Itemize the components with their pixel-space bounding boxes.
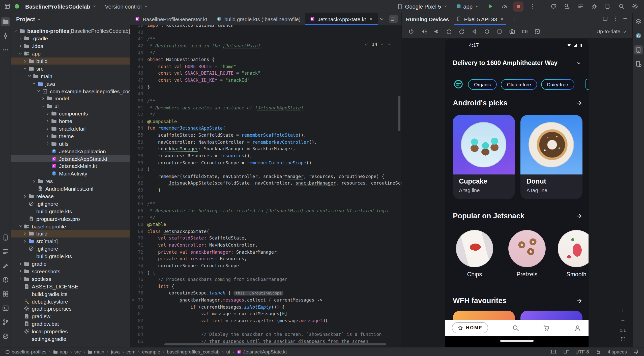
tree-item-baselineprofile[interactable]: baselineprofile bbox=[11, 222, 130, 230]
chevron-down-icon[interactable] bbox=[27, 74, 32, 78]
tree-item-build-gradle-kts[interactable]: build.gradle.kts bbox=[11, 290, 130, 298]
prev-issue-icon[interactable] bbox=[380, 42, 384, 46]
inspections-widget[interactable]: 14 bbox=[362, 40, 393, 48]
snack-card-cupcake[interactable]: CupcakeA tag line bbox=[453, 115, 515, 199]
chevron-right-icon[interactable] bbox=[18, 261, 23, 266]
code-content[interactable]: import kotlinx.coroutines.launch/** * De… bbox=[147, 25, 401, 347]
chevron-right-icon[interactable] bbox=[18, 36, 23, 41]
tree-item-mainactivity[interactable]: CMainActivity bbox=[11, 170, 130, 177]
editor-horizontal-scrollbar[interactable] bbox=[164, 343, 386, 345]
tool-window-running-devices[interactable] bbox=[634, 45, 643, 54]
status-file-encoding[interactable]: UTF-8 bbox=[575, 349, 589, 354]
project-selector[interactable]: BaselineProfilesCodelab bbox=[23, 2, 99, 10]
tree-item-build[interactable]: build bbox=[11, 57, 130, 65]
device-power-button[interactable] bbox=[407, 27, 415, 36]
device-tab[interactable]: Pixel 5 API 33 bbox=[454, 13, 506, 25]
inspections-list-button[interactable] bbox=[575, 1, 586, 11]
chevron-right-icon[interactable] bbox=[40, 96, 46, 101]
project-panel-header[interactable]: Project bbox=[11, 13, 130, 25]
breadcrumb-example[interactable]: example bbox=[142, 349, 160, 354]
status-cursor-position[interactable]: 1:1 bbox=[550, 349, 557, 354]
phone-screen[interactable]: 4:17 Delivery to 1600 Amphitheater Way bbox=[445, 39, 589, 347]
filter-chip-gluten-free[interactable]: Gluten-free bbox=[501, 79, 537, 90]
file-structure-button[interactable] bbox=[389, 15, 398, 23]
popular-item-pretzels[interactable]: Pretzels bbox=[508, 230, 546, 277]
tree-item-local-properties[interactable]: local.properties bbox=[11, 328, 130, 335]
chevron-right-icon[interactable] bbox=[45, 134, 50, 138]
chevron-right-icon[interactable] bbox=[22, 59, 28, 63]
hidden-tabs-button[interactable] bbox=[377, 15, 386, 23]
tree-item-com-example-baselineprofiles-codelab[interactable]: com.example.baselineprofiles_codelab bbox=[11, 87, 130, 95]
status-line-separator[interactable]: LF bbox=[563, 349, 569, 354]
tree-item-gradle[interactable]: gradle bbox=[11, 260, 130, 268]
device-camera-button[interactable] bbox=[508, 27, 516, 36]
editor-tab-build-gradle-kts-baselineprofile[interactable]: Gbuild.gradle.kts (:baselineprofile) bbox=[212, 13, 305, 25]
tool-window-terminal[interactable] bbox=[1, 304, 10, 313]
breadcrumb-jetsnackappstate-kt[interactable]: JetsnackAppState.kt bbox=[237, 349, 287, 354]
chevron-down-icon[interactable] bbox=[18, 51, 23, 56]
tool-window-build-variants[interactable] bbox=[634, 17, 643, 26]
tree-item-androidmanifest-xml[interactable]: AndroidManifest.xml bbox=[11, 185, 130, 192]
nav-search-icon[interactable] bbox=[512, 324, 519, 332]
device-volume-up-button[interactable] bbox=[420, 27, 428, 36]
editor-vertical-scrollbar[interactable] bbox=[398, 96, 400, 131]
search-everywhere-button[interactable] bbox=[616, 1, 626, 11]
chevron-right-icon[interactable] bbox=[45, 126, 50, 131]
popular-item-smooth[interactable]: Smooth bbox=[558, 230, 589, 277]
chevron-right-icon[interactable] bbox=[18, 44, 23, 48]
chevron-down-icon[interactable] bbox=[18, 224, 23, 228]
chevron-right-icon[interactable] bbox=[45, 141, 50, 146]
tree-item-gitignore[interactable]: .gitignore bbox=[11, 200, 130, 207]
chevron-down-icon[interactable] bbox=[22, 66, 28, 71]
tree-item-snackdetail[interactable]: snackdetail bbox=[11, 125, 130, 132]
chevron-right-icon[interactable] bbox=[22, 231, 28, 236]
tree-item-assets-license[interactable]: ASSETS_LICENSE bbox=[11, 283, 130, 290]
more-options-button[interactable] bbox=[612, 15, 618, 22]
chevron-right-icon[interactable] bbox=[22, 194, 28, 198]
tree-item-components[interactable]: components bbox=[11, 110, 130, 117]
filters-button[interactable] bbox=[453, 79, 464, 90]
tree-item-gradlew[interactable]: gradlew bbox=[11, 313, 130, 320]
gradle-sync-button[interactable] bbox=[548, 1, 558, 11]
nav-cart-icon[interactable] bbox=[543, 324, 550, 332]
tool-window-services[interactable] bbox=[1, 289, 10, 299]
tree-item-proguard-rules-pro[interactable]: proguard-rules.pro bbox=[11, 215, 130, 223]
notifications-icon[interactable] bbox=[633, 349, 639, 354]
breadcrumb-baselineprofiles-codelab[interactable]: baselineprofiles_codelab bbox=[167, 349, 220, 354]
chevron-right-icon[interactable] bbox=[18, 269, 23, 274]
tree-item-src[interactable]: src bbox=[11, 65, 130, 72]
tree-item-src[interactable]: src [main] bbox=[11, 238, 130, 245]
run-config-selector[interactable]: app bbox=[454, 2, 481, 10]
editor-tab-baselineprofilegenerator-kt[interactable]: BaselineProfileGenerator.kt bbox=[130, 13, 212, 25]
editor-tab-jetsnackappstate-kt[interactable]: JetsnackAppState.kt bbox=[305, 13, 377, 25]
tree-item-res[interactable]: res bbox=[11, 177, 130, 185]
tree-item-java[interactable]: java bbox=[11, 80, 130, 87]
device-selector[interactable]: Google Pixel 5 bbox=[395, 2, 450, 10]
chevron-right-icon[interactable] bbox=[31, 179, 37, 184]
tree-item-jetsnackapplication[interactable]: CJetsnackApplication bbox=[11, 147, 130, 155]
tree-item-home[interactable]: home bbox=[11, 117, 130, 125]
breadcrumb-ui[interactable]: ui bbox=[226, 349, 230, 354]
find-in-files-button[interactable] bbox=[562, 1, 572, 11]
zoom-fit-button[interactable] bbox=[620, 336, 626, 343]
tree-item-model[interactable]: model bbox=[11, 95, 130, 102]
tool-window-device-explorer[interactable] bbox=[1, 233, 10, 242]
device-mirror-button[interactable] bbox=[603, 1, 613, 11]
tree-item-settings-gradle[interactable]: settings.gradle bbox=[11, 335, 130, 343]
device-overview-button[interactable] bbox=[495, 27, 503, 36]
breadcrumb-com[interactable]: com bbox=[126, 349, 135, 354]
tool-window-problems[interactable] bbox=[1, 275, 10, 284]
breadcrumb-baseline-profiles[interactable]: baseline-profiles bbox=[5, 349, 46, 354]
nav-profile-icon[interactable] bbox=[574, 324, 581, 332]
zoom-out-button[interactable]: − bbox=[621, 317, 625, 324]
main-menu-icon[interactable] bbox=[4, 3, 11, 10]
chevron-right-icon[interactable] bbox=[18, 277, 23, 281]
tree-item-spotless[interactable]: spotless bbox=[11, 275, 130, 283]
profile-button[interactable] bbox=[499, 1, 509, 11]
device-rotate-right-button[interactable] bbox=[457, 27, 465, 36]
device-volume-down-button[interactable] bbox=[432, 27, 440, 36]
tool-window-logcat[interactable] bbox=[1, 247, 10, 256]
tree-item-utils[interactable]: utils bbox=[11, 140, 130, 147]
tree-item-gitignore[interactable]: .gitignore bbox=[11, 245, 130, 253]
device-screen-record-button[interactable] bbox=[520, 27, 529, 36]
